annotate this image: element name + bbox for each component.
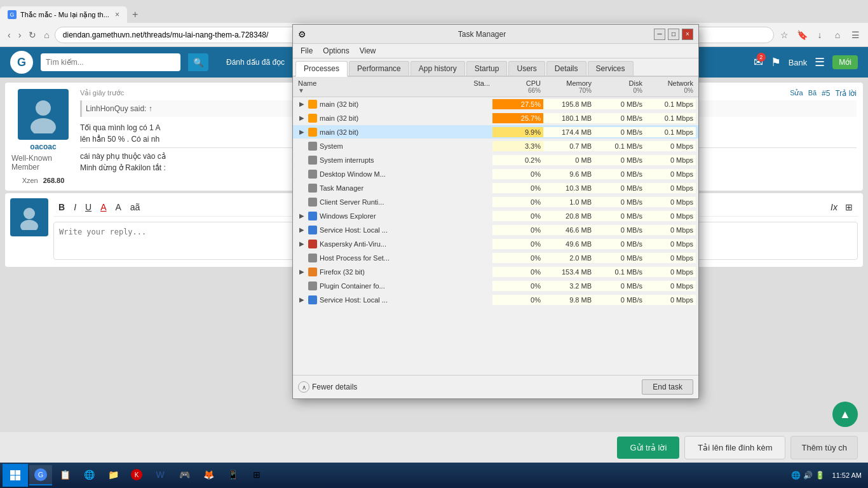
underline-button[interactable]: U xyxy=(83,201,94,214)
tm-tab-users[interactable]: Users xyxy=(508,61,545,76)
scroll-to-top-button[interactable]: ▲ xyxy=(832,402,858,427)
tm-tab-services[interactable]: Services xyxy=(588,61,634,76)
tm-tab-details[interactable]: Details xyxy=(546,61,587,76)
fewer-details-button[interactable]: ∧ Fewer details xyxy=(298,381,357,393)
bank-button[interactable]: Bank xyxy=(789,58,808,67)
refresh-button[interactable]: ↻ xyxy=(26,27,39,43)
taskbar-item-explorer[interactable]: 📁 xyxy=(102,465,125,485)
tm-tab-startup[interactable]: Startup xyxy=(466,61,508,76)
table-row[interactable]: Desktop Window M... 0% 9.6 MB 0 MB/s 0 M… xyxy=(293,167,698,181)
expand-icon[interactable]: ▶ xyxy=(298,226,306,234)
tm-menu-view[interactable]: View xyxy=(355,45,381,57)
hamburger-menu-icon[interactable]: ☰ xyxy=(815,55,825,69)
table-row[interactable]: Task Manager 0% 10.3 MB 0 MB/s 0 Mbps xyxy=(293,181,698,195)
download-icon[interactable]: ↓ xyxy=(812,27,827,43)
taskbar-item-kaspersky[interactable]: K xyxy=(126,465,147,485)
menu-icon[interactable]: ☰ xyxy=(848,27,863,43)
tm-col-disk[interactable]: Disk 0% xyxy=(594,77,645,97)
file-explorer-icon: 📁 xyxy=(107,468,119,481)
tm-col-status[interactable]: Sta... xyxy=(454,77,492,97)
font-size-button[interactable]: A xyxy=(112,201,123,214)
taskbar-item-game[interactable]: 🎮 xyxy=(173,465,196,485)
table-row[interactable]: ▶ main (32 bit) 27.5% 195.8 MB 0 MB/s 0.… xyxy=(293,97,698,111)
end-task-button[interactable]: End task xyxy=(642,379,693,395)
taskbar-item-extra[interactable]: ⊞ xyxy=(245,465,268,485)
moi-badge[interactable]: Mới xyxy=(832,55,858,69)
tm-col-cpu[interactable]: CPU 66% xyxy=(492,77,543,97)
process-memory-cell: 195.8 MB xyxy=(543,99,594,109)
username[interactable]: oacoac xyxy=(30,142,56,151)
active-tab[interactable]: G Thắc mắc - Mu lại nặng th... × xyxy=(0,6,127,23)
expand-icon[interactable]: ▶ xyxy=(298,114,306,122)
process-cpu-cell: 9.9% xyxy=(492,127,543,137)
post-number[interactable]: #5 xyxy=(822,89,830,98)
process-memory-cell: 0 MB xyxy=(543,155,594,165)
table-row[interactable]: ▶ Kaspersky Anti-Viru... 0% 49.6 MB 0 MB… xyxy=(293,237,698,251)
star-icon[interactable]: ☆ xyxy=(776,27,792,43)
table-row[interactable]: ▶ main (32 bit) 25.7% 180.1 MB 0 MB/s 0.… xyxy=(293,111,698,125)
table-row[interactable]: System interrupts 0.2% 0 MB 0 MB/s 0 Mbp… xyxy=(293,153,698,167)
tm-tab-app-history[interactable]: App history xyxy=(410,61,465,76)
table-row[interactable]: ▶ Service Host: Local ... 0% 9.8 MB 0 MB… xyxy=(293,293,698,307)
table-row[interactable]: Host Process for Set... 0% 2.0 MB 0 MB/s… xyxy=(293,251,698,265)
italic-button[interactable]: I xyxy=(71,201,79,214)
new-tab-button[interactable]: + xyxy=(127,6,143,23)
home-icon2[interactable]: ⌂ xyxy=(830,27,845,43)
flag-icon[interactable]: ⚑ xyxy=(771,55,781,69)
bold-button[interactable]: B xyxy=(56,201,67,214)
expand-icon[interactable]: ▶ xyxy=(298,268,306,276)
edit-link[interactable]: Sửa xyxy=(790,89,803,98)
send-reply-button[interactable]: Gửi trả lời xyxy=(617,437,679,459)
table-row[interactable]: Plugin Container fo... 0% 3.2 MB 0 MB/s … xyxy=(293,279,698,293)
process-name-cell: System xyxy=(295,140,454,152)
tm-col-network[interactable]: Network 0% xyxy=(645,77,696,97)
tm-menu-file[interactable]: File xyxy=(295,45,318,57)
table-row[interactable]: ▶ Service Host: Local ... 0% 46.6 MB 0 M… xyxy=(293,223,698,237)
taskbar-item-task-manager[interactable]: 📋 xyxy=(53,465,76,485)
taskbar-item-firefox[interactable]: 🦊 xyxy=(197,465,220,485)
align-button[interactable]: ⊞ xyxy=(843,201,855,214)
tm-tab-performance[interactable]: Performance xyxy=(349,61,409,76)
taskbar-item-word[interactable]: W xyxy=(149,465,172,485)
delete-link[interactable]: Bã xyxy=(808,89,817,98)
table-row[interactable]: System 3.3% 0.7 MB 0.1 MB/s 0 Mbps xyxy=(293,139,698,153)
win-clock[interactable]: 11:52 AM xyxy=(829,471,865,480)
tm-menu-options[interactable]: Options xyxy=(318,45,354,57)
tm-col-name[interactable]: Name ▼ xyxy=(295,77,454,97)
table-row[interactable]: ▶ main (32 bit) 9.9% 174.4 MB 0 MB/s 0.1… xyxy=(293,125,698,139)
process-disk-cell: 0 MB/s xyxy=(594,127,645,137)
tm-tab-processes[interactable]: Processes xyxy=(295,61,348,77)
expand-icon[interactable]: ▶ xyxy=(298,296,306,304)
reply-link[interactable]: Trả lời xyxy=(835,89,857,98)
taskbar-item-ie[interactable]: 🌐 xyxy=(78,465,100,485)
back-button[interactable]: ‹ xyxy=(5,27,13,43)
tm-maximize-button[interactable]: □ xyxy=(668,29,679,40)
home-button[interactable]: ⌂ xyxy=(41,27,51,43)
expand-icon[interactable]: ▶ xyxy=(298,212,306,220)
nav-item-read[interactable]: Đánh dấu đã đọc xyxy=(226,58,285,67)
taskbar-item-chrome[interactable]: G xyxy=(29,465,52,485)
expand-icon[interactable]: ▶ xyxy=(298,240,306,248)
table-row[interactable]: ▶ Firefox (32 bit) 0% 153.4 MB 0.1 MB/s … xyxy=(293,265,698,279)
font-color-button[interactable]: A xyxy=(98,201,109,214)
start-button[interactable] xyxy=(3,464,28,487)
tm-table-body[interactable]: ▶ main (32 bit) 27.5% 195.8 MB 0 MB/s 0.… xyxy=(293,97,698,375)
forward-button[interactable]: › xyxy=(16,27,24,43)
upload-file-button[interactable]: Tải lên file đính kèm xyxy=(684,436,785,459)
table-row[interactable]: ▶ Windows Explorer 0% 20.8 MB 0 MB/s 0 M… xyxy=(293,209,698,223)
notification-area[interactable]: ✉ 2 xyxy=(754,55,763,69)
more-options-button[interactable]: Thêm tùy ch xyxy=(790,436,858,459)
taskbar-item-viber[interactable]: 📱 xyxy=(221,465,244,485)
bookmark-icon[interactable]: 🔖 xyxy=(794,27,810,43)
tm-minimize-button[interactable]: ─ xyxy=(654,29,665,40)
italic-style-button[interactable]: Ix xyxy=(828,201,840,214)
special-char-button[interactable]: aã xyxy=(128,201,143,214)
forum-search-input[interactable] xyxy=(41,53,180,71)
tab-close-btn[interactable]: × xyxy=(115,10,119,19)
table-row[interactable]: Client Server Runti... 0% 1.0 MB 0 MB/s … xyxy=(293,195,698,209)
forum-search-button[interactable]: 🔍 xyxy=(188,53,208,71)
tm-close-button[interactable]: × xyxy=(682,29,693,40)
expand-icon[interactable]: ▶ xyxy=(298,128,306,136)
expand-icon[interactable]: ▶ xyxy=(298,100,306,108)
tm-col-memory[interactable]: Memory 70% xyxy=(543,77,594,97)
